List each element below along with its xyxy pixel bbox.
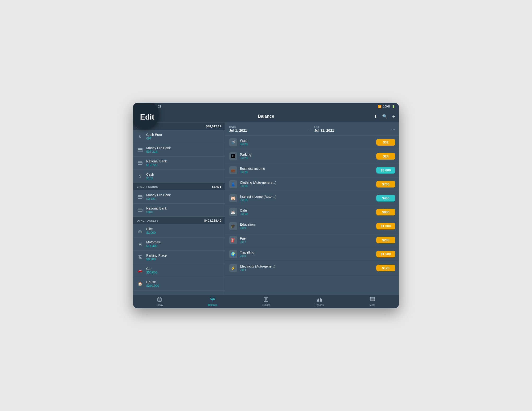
transaction-date: Jul 20 [240, 171, 376, 174]
other-assets-section-header: OTHER ASSETS $403,288.40 [133, 217, 225, 224]
transaction-name: Education [240, 222, 376, 226]
transaction-item[interactable]: 🚿 Wash Jul 20 $32 [225, 135, 399, 149]
tab-reports[interactable]: Reports [293, 296, 346, 307]
transaction-item[interactable]: ☕ Cafe Jul 10 $800 [225, 205, 399, 219]
tab-more[interactable]: More [346, 296, 399, 307]
house-icon: 🏠 [137, 281, 143, 287]
balance-icon [210, 297, 215, 303]
tab-balance-label: Balance [208, 304, 218, 306]
money-pro-bank-icon [137, 147, 143, 153]
account-balance: $10,720 [146, 163, 221, 167]
transaction-item[interactable]: 🅿 Parking Jul 20 $24 [225, 149, 399, 163]
app-header: Balance ⬇ 🔍 + [133, 110, 399, 123]
motorbike-icon: 🏍 [137, 241, 143, 248]
svg-point-16 [213, 298, 215, 299]
account-balance: $14,400 [146, 244, 221, 248]
date-more-icon[interactable]: ··· [391, 126, 395, 132]
svg-rect-0 [138, 148, 142, 152]
account-name: Money Pro Bank [146, 193, 221, 197]
status-time: 21 [158, 105, 161, 108]
amount-badge: $1,000 [376, 223, 395, 229]
asset-parking-place[interactable]: 🏗 Parking Place $8,900 [133, 251, 225, 264]
account-balance: €97 [146, 137, 221, 140]
account-national-bank[interactable]: National Bank $10,720 [133, 156, 225, 170]
account-name: National Bank [146, 159, 221, 163]
account-money-pro-bank[interactable]: Money Pro Bank $37,314 [133, 143, 225, 156]
account-cash[interactable]: $ Cash $132 [133, 170, 225, 183]
search-icon[interactable]: 🔍 [382, 114, 387, 119]
tab-today[interactable]: 21 Today [133, 296, 186, 307]
tab-balance[interactable]: Balance [186, 296, 239, 307]
account-name: Cash [146, 172, 221, 176]
accounts-total: $48,612.12 [206, 124, 221, 128]
national-bank-icon [137, 160, 143, 166]
asset-house[interactable]: 🏠 House $260,000 [133, 277, 225, 290]
amount-badge: $32 [376, 139, 395, 146]
transaction-date: Jul 5 [240, 254, 376, 258]
other-assets-total: $403,288.40 [204, 219, 221, 222]
wifi-icon: 📶 [378, 105, 381, 108]
amount-badge: $400 [376, 195, 395, 201]
svg-point-15 [211, 298, 212, 299]
more-icon [370, 297, 375, 303]
credit-national-bank[interactable]: National Bank $340 [133, 204, 225, 217]
account-name: Bike [146, 227, 221, 231]
transaction-date: Jul 10 [240, 212, 376, 216]
transaction-date: Jul 20 [240, 143, 376, 146]
transaction-date: Jul 4 [240, 268, 376, 272]
transaction-name: Interest income (Auto-...) [240, 195, 376, 198]
account-balance: $260,000 [146, 284, 221, 287]
tab-budget[interactable]: Budget [239, 296, 293, 307]
date-arrow-icon: → [307, 126, 312, 131]
tab-today-label: Today [156, 304, 163, 306]
account-balance: $50,000 [146, 271, 221, 274]
begin-label: Begin [229, 125, 304, 128]
transaction-icon-2: 💼 [229, 166, 237, 174]
transaction-item[interactable]: 💼 Business income Jul 20 $3,600 [225, 163, 399, 177]
asset-bike[interactable]: 🚲 Bike $1,000 [133, 224, 225, 238]
asset-motorbike[interactable]: 🏍 Motorbike $14,400 [133, 238, 225, 251]
cash-euro-icon: € [137, 133, 143, 140]
amount-badge: $700 [376, 181, 395, 188]
begin-date: Jul 1, 2021 [229, 128, 304, 132]
tab-budget-label: Budget [262, 304, 270, 306]
transaction-name: Electricity (Auto-gene...) [240, 264, 376, 268]
car-icon: 🚗 [137, 267, 143, 274]
transaction-item[interactable]: ⛽ Fuel Jul 7 $200 [225, 233, 399, 247]
begin-date-block: Begin Jul 1, 2021 [229, 125, 304, 132]
account-cash-euro[interactable]: € Cash Euro €97 [133, 130, 225, 143]
transaction-date: Jul 20 [240, 156, 376, 160]
transaction-icon-1: 🅿 [229, 152, 237, 160]
transaction-date: Jul 7 [240, 240, 376, 244]
credit-money-pro-bank[interactable]: Money Pro Bank $3,131 [133, 190, 225, 204]
credit-money-pro-icon [137, 194, 143, 200]
asset-car[interactable]: 🚗 Car $50,000 [133, 264, 225, 277]
transaction-name: Fuel [240, 237, 376, 240]
transaction-item[interactable]: 🎓 Education Jul 9 $1,000 [225, 219, 399, 233]
credit-cards-total: $3,471 [212, 185, 221, 189]
other-assets-title: OTHER ASSETS [137, 219, 158, 222]
add-icon[interactable]: + [392, 113, 395, 120]
status-bar: 21 📶 100% 🔋 [133, 103, 399, 110]
transaction-date: Jul 9 [240, 226, 376, 230]
transaction-icon-3: 👗 [229, 180, 237, 188]
transaction-item[interactable]: 👗 Clothing (Auto-genera...) Jul 16 $700 [225, 177, 399, 191]
tab-more-label: More [370, 304, 375, 306]
transaction-icon-5: ☕ [229, 208, 237, 216]
amount-badge: $1,500 [376, 251, 395, 257]
svg-rect-23 [320, 298, 321, 302]
transaction-name: Clothing (Auto-genera...) [240, 181, 376, 184]
transaction-item[interactable]: 🐷 Interest income (Auto-...) Jul 15 $400 [225, 191, 399, 205]
credit-cards-section-header: CREDIT CARDS $3,471 [133, 183, 225, 190]
transaction-item[interactable]: 🌍 Travelling Jul 5 $1,500 [225, 247, 399, 261]
account-name: Car [146, 267, 221, 271]
edit-label[interactable]: Edit [140, 113, 154, 122]
amount-badge: $120 [376, 265, 395, 271]
svg-rect-21 [317, 299, 318, 302]
download-icon[interactable]: ⬇ [374, 114, 378, 119]
account-balance: $340 [146, 210, 221, 214]
transaction-name: Parking [240, 153, 376, 156]
account-name: Money Pro Bank [146, 146, 221, 150]
transaction-item[interactable]: ⚡ Electricity (Auto-gene...) Jul 4 $120 [225, 261, 399, 275]
device-frame: Edit 21 📶 100% 🔋 Balance ⬇ 🔍 + COUNTS $4… [133, 103, 399, 308]
